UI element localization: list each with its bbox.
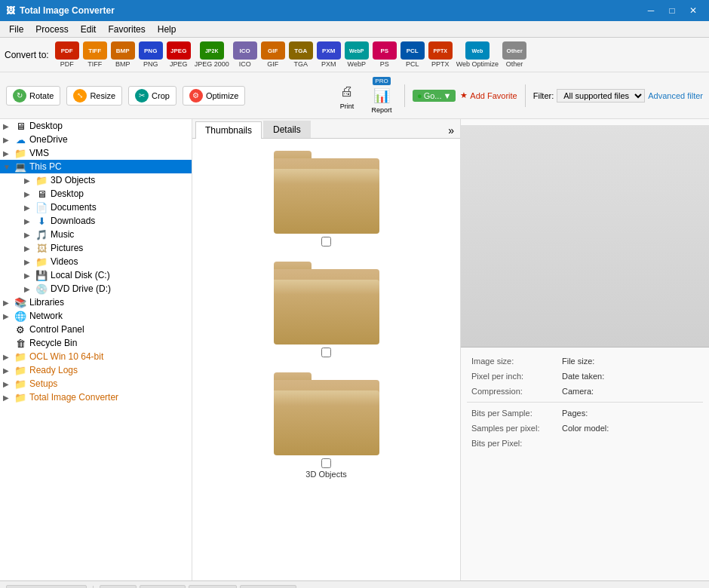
format-ico[interactable]: ICO ICO — [232, 41, 258, 69]
menu-file[interactable]: File — [3, 23, 29, 36]
props-label-compression: Compression: — [467, 384, 557, 399]
go-label: Go... — [424, 91, 442, 100]
format-pdf[interactable]: PDF PDF — [54, 41, 80, 69]
format-ps[interactable]: PS PS — [372, 41, 397, 69]
format-toolbar: Convert to: PDF PDF TIFF TIFF BMP BMP PN… — [0, 38, 709, 72]
sidebar-item-onedrive[interactable]: ▶ ☁ OneDrive — [0, 133, 192, 146]
sidebar-item-localc[interactable]: ▶ 💾 Local Disk (C:) — [0, 268, 192, 282]
controlpanel-icon: ⚙ — [14, 324, 27, 335]
folder-checkbox-1[interactable] — [321, 237, 331, 247]
readylogs-icon: 📁 — [14, 365, 27, 375]
toolbar-right: 🖨 Print PRO 📊 Report ● Go... ▼ ★ Add Fav… — [332, 75, 703, 115]
sidebar-item-desktop2[interactable]: ▶ 🖥 Desktop — [0, 187, 192, 201]
bottom-bar: Include subfolders Check Uncheck Check A… — [0, 580, 709, 588]
format-webp[interactable]: WebP WebP — [344, 41, 370, 69]
localc-icon: 💾 — [35, 270, 48, 280]
sidebar-label-totalimageconv: Total Image Converter — [29, 392, 118, 403]
check-button[interactable]: Check — [100, 585, 137, 589]
action-toolbar: ↻ Rotate ⤡ Resize ✂ Crop ⚙ Optimize 🖨 Pr… — [0, 72, 709, 119]
props-row-imagesize: Image size: File size: — [467, 354, 703, 369]
folder-sheen-1 — [274, 169, 379, 184]
menu-help[interactable]: Help — [152, 23, 183, 36]
setups-icon: 📁 — [14, 378, 27, 389]
sidebar-item-thispc[interactable]: ▼ 💻 This PC — [0, 160, 192, 173]
sidebar-label-videos: Videos — [51, 256, 78, 267]
sidebar-label-dvdd: DVD Drive (D:) — [51, 283, 111, 294]
folder-checkbox-2[interactable] — [321, 348, 331, 357]
menu-process[interactable]: Process — [29, 23, 74, 36]
format-bmp[interactable]: BMP BMP — [110, 41, 136, 69]
format-jpeg2000[interactable]: JP2K JPEG 2000 — [194, 41, 230, 69]
check-all-button[interactable]: Check All — [189, 585, 237, 589]
tab-details[interactable]: Details — [263, 121, 311, 138]
close-button[interactable]: ✕ — [683, 3, 703, 18]
sidebar-item-readylogs[interactable]: ▶ 📁 Ready Logs — [0, 363, 192, 377]
format-pcl[interactable]: PCL PCL — [400, 41, 425, 69]
format-pxm[interactable]: PXM PXM — [316, 41, 342, 69]
menu-edit[interactable]: Edit — [75, 23, 103, 36]
add-favorite-button[interactable]: ★ Add Favorite — [460, 90, 517, 100]
sidebar-item-videos[interactable]: ▶ 📁 Videos — [0, 255, 192, 268]
print-button[interactable]: 🖨 Print — [332, 80, 362, 112]
crop-button[interactable]: ✂ Crop — [128, 86, 176, 106]
sidebar-item-dvdd[interactable]: ▶ 💿 DVD Drive (D:) — [0, 282, 192, 296]
rotate-button[interactable]: ↻ Rotate — [6, 86, 60, 106]
sidebar-item-libraries[interactable]: ▶ 📚 Libraries — [0, 296, 192, 309]
uncheck-button[interactable]: Uncheck — [140, 585, 186, 589]
sidebar-label-controlpanel: Control Panel — [29, 324, 84, 335]
format-png[interactable]: PNG PNG — [138, 41, 164, 69]
title-bar-left: 🖼 Total Image Converter — [6, 5, 115, 16]
bottom-expand-icon[interactable]: » — [697, 586, 703, 589]
props-label-samplesperpixel: Samples per pixel: — [467, 421, 557, 436]
folder-thumbnail-2[interactable] — [274, 262, 379, 345]
expand-arrow-music: ▶ — [24, 231, 35, 239]
expand-arrow-oclwin: ▶ — [3, 353, 14, 361]
include-subfolders-button[interactable]: Include subfolders — [6, 585, 87, 589]
sidebar-item-network[interactable]: ▶ 🌐 Network — [0, 309, 192, 323]
format-pptx[interactable]: PPTX PPTX — [428, 41, 453, 69]
sidebar-item-music[interactable]: ▶ 🎵 Music — [0, 228, 192, 241]
sidebar-item-setups[interactable]: ▶ 📁 Setups — [0, 377, 192, 390]
sidebar-item-vms[interactable]: ▶ 📁 VMS — [0, 146, 192, 160]
sidebar-item-totalimageconv[interactable]: ▶ 📁 Total Image Converter — [0, 390, 192, 404]
thispc-icon: 💻 — [14, 161, 27, 172]
format-tiff[interactable]: TIFF TIFF — [82, 41, 108, 69]
report-icon: 📊 — [371, 85, 392, 106]
sidebar-label-desktop2: Desktop — [51, 188, 84, 199]
add-fav-label: Add Favorite — [470, 91, 517, 100]
sidebar-label-thispc: This PC — [29, 161, 62, 172]
tab-expand-icon[interactable]: » — [445, 123, 457, 138]
sidebar-item-3dobjects[interactable]: ▶ 📁 3D Objects — [0, 173, 192, 187]
filter-select[interactable]: All supported files — [557, 89, 645, 103]
folder-thumbnail-1[interactable] — [274, 151, 379, 234]
folder-thumbnail-3[interactable] — [274, 372, 379, 455]
report-button[interactable]: PRO 📊 Report — [367, 75, 397, 115]
folder-sheen-3 — [274, 390, 379, 406]
sidebar-item-pictures[interactable]: ▶ 🖼 Pictures — [0, 241, 192, 255]
format-tga[interactable]: TGA TGA — [288, 41, 314, 69]
props-table: Image size: File size: Pixel per inch: D… — [467, 354, 703, 451]
sidebar-item-controlpanel[interactable]: ⚙ Control Panel — [0, 323, 192, 336]
sidebar-item-downloads[interactable]: ▶ ⬇ Downloads — [0, 214, 192, 228]
format-other[interactable]: Other Other — [502, 41, 527, 69]
maximize-button[interactable]: □ — [662, 3, 682, 18]
sidebar-item-oclwin[interactable]: ▶ 📁 OCL Win 10 64-bit — [0, 350, 192, 363]
tab-thumbnails[interactable]: Thumbnails — [195, 121, 262, 139]
resize-button[interactable]: ⤡ Resize — [66, 86, 122, 106]
format-jpeg[interactable]: JPEG JPEG — [166, 41, 192, 69]
go-button[interactable]: ● Go... ▼ — [413, 90, 456, 102]
sidebar-item-documents[interactable]: ▶ 📄 Documents — [0, 201, 192, 214]
advanced-filter-link[interactable]: Advanced filter — [648, 91, 703, 100]
minimize-button[interactable]: ─ — [641, 3, 661, 18]
props-row-bitsperpixel: Bits per Pixel: — [467, 436, 703, 451]
format-weboptimize[interactable]: Web Web Optimize — [456, 41, 499, 69]
uncheck-all-button[interactable]: Uncheck all — [240, 585, 296, 589]
sidebar-label-oclwin: OCL Win 10 64-bit — [29, 351, 103, 362]
sidebar-item-recyclebin[interactable]: 🗑 Recycle Bin — [0, 336, 192, 350]
sidebar-item-desktop[interactable]: ▶ 🖥 Desktop — [0, 119, 192, 133]
props-top-spacer — [461, 119, 709, 125]
format-gif[interactable]: GIF GIF — [260, 41, 286, 69]
folder-checkbox-3[interactable] — [321, 458, 331, 468]
optimize-button[interactable]: ⚙ Optimize — [183, 86, 245, 106]
menu-favorites[interactable]: Favorites — [102, 23, 151, 36]
